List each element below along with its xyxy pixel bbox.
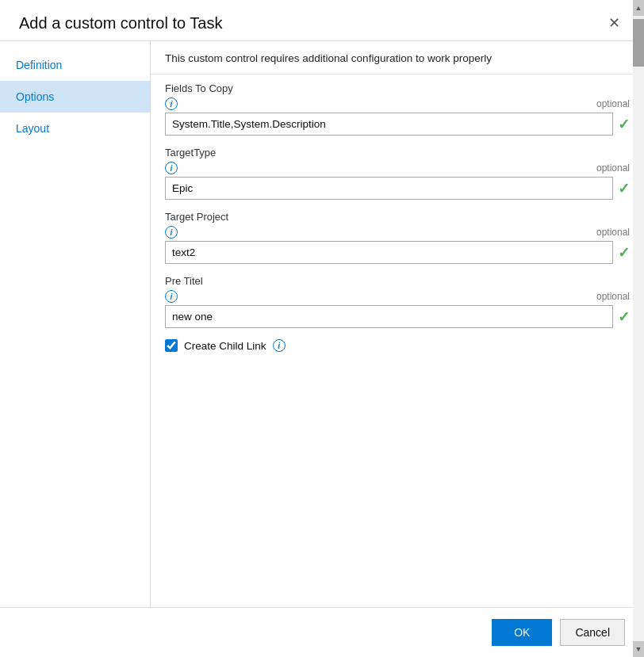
- dialog-title: Add a custom control to Task: [19, 14, 222, 32]
- target-type-input[interactable]: [165, 177, 613, 200]
- scroll-thumb[interactable]: [633, 19, 644, 67]
- ok-button[interactable]: OK: [492, 619, 552, 646]
- pre-titel-input[interactable]: [165, 305, 613, 328]
- optional-label-target-project: optional: [596, 227, 630, 238]
- field-group-target-type: TargetType i optional ✓: [165, 147, 630, 200]
- add-custom-control-dialog: Add a custom control to Task ✕ Definitio…: [0, 0, 644, 657]
- field-label-target-project: Target Project: [165, 211, 630, 223]
- field-label-target-type: TargetType: [165, 147, 630, 159]
- scroll-down-arrow[interactable]: ▼: [633, 641, 644, 657]
- field-group-target-project: Target Project i optional ✓: [165, 211, 630, 264]
- info-icon-pre-titel[interactable]: i: [165, 290, 178, 303]
- fields-area: Fields To Copy i optional ✓ TargetType i: [151, 74, 644, 607]
- field-input-row-target-type: ✓: [165, 177, 630, 200]
- field-info-row-fields-to-copy: i optional: [165, 97, 630, 110]
- sidebar-item-options[interactable]: Options: [0, 81, 150, 113]
- field-label-pre-titel: Pre Titel: [165, 275, 630, 287]
- dialog-body: Definition Options Layout This custom co…: [0, 40, 644, 607]
- target-project-input[interactable]: [165, 241, 613, 264]
- config-notice: This custom control requires additional …: [151, 41, 644, 74]
- scroll-up-arrow[interactable]: ▲: [633, 0, 644, 16]
- close-button[interactable]: ✕: [604, 14, 625, 32]
- field-input-row-target-project: ✓: [165, 241, 630, 264]
- info-icon-fields-to-copy[interactable]: i: [165, 97, 178, 110]
- field-label-fields-to-copy: Fields To Copy: [165, 82, 630, 94]
- field-info-row-target-type: i optional: [165, 162, 630, 174]
- create-child-link-label: Create Child Link: [184, 340, 266, 352]
- dialog-header: Add a custom control to Task ✕: [0, 0, 644, 40]
- info-icon-create-child-link[interactable]: i: [273, 339, 286, 352]
- field-group-pre-titel: Pre Titel i optional ✓: [165, 275, 630, 328]
- field-info-row-target-project: i optional: [165, 226, 630, 239]
- scrollbar[interactable]: ▲ ▼: [633, 0, 644, 657]
- dialog-footer: OK Cancel: [0, 607, 644, 657]
- optional-label-pre-titel: optional: [596, 291, 630, 302]
- check-icon-target-type: ✓: [618, 180, 630, 197]
- info-icon-target-project[interactable]: i: [165, 226, 178, 239]
- field-input-row-fields-to-copy: ✓: [165, 113, 630, 136]
- create-child-link-checkbox[interactable]: [165, 339, 178, 352]
- field-group-fields-to-copy: Fields To Copy i optional ✓: [165, 82, 630, 136]
- main-content: This custom control requires additional …: [151, 41, 644, 607]
- check-icon-target-project: ✓: [618, 244, 630, 262]
- field-info-row-pre-titel: i optional: [165, 290, 630, 303]
- field-input-row-pre-titel: ✓: [165, 305, 630, 328]
- optional-label-fields-to-copy: optional: [596, 98, 630, 109]
- sidebar-item-layout[interactable]: Layout: [0, 113, 150, 144]
- check-icon-pre-titel: ✓: [618, 308, 630, 326]
- create-child-link-row: Create Child Link i: [165, 339, 630, 352]
- fields-to-copy-input[interactable]: [165, 113, 613, 136]
- cancel-button[interactable]: Cancel: [560, 619, 625, 646]
- sidebar-item-definition[interactable]: Definition: [0, 49, 150, 81]
- check-icon-fields-to-copy: ✓: [618, 116, 630, 133]
- optional-label-target-type: optional: [596, 162, 630, 174]
- info-icon-target-type[interactable]: i: [165, 162, 178, 174]
- sidebar: Definition Options Layout: [0, 41, 151, 607]
